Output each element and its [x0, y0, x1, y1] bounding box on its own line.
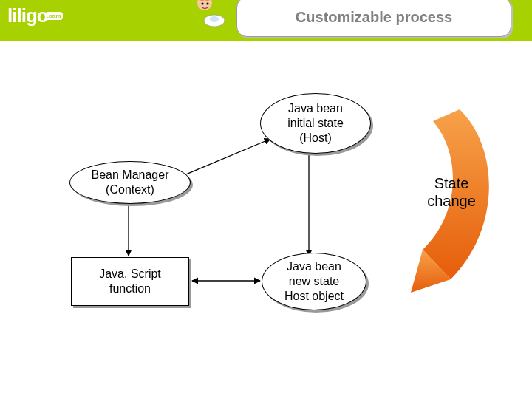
svg-point-3 [201, 2, 203, 4]
slide-title-text: Customizable process [296, 9, 452, 26]
logo-text: liligo [7, 4, 48, 27]
slide: liligo.com Customizable process [0, 0, 532, 399]
node-bean-manager-text: Bean Manager(Context) [92, 168, 169, 197]
label-state-change-text: Statechange [427, 175, 476, 209]
svg-line-5 [179, 139, 270, 177]
node-js-function-text: Java. Scriptfunction [99, 267, 161, 296]
node-initial-state: Java beaninitial state(Host) [260, 93, 371, 154]
node-initial-state-text: Java beaninitial state(Host) [287, 101, 344, 146]
node-js-function: Java. Scriptfunction [71, 257, 189, 306]
svg-marker-9 [411, 250, 451, 293]
node-new-state-text: Java beannew stateHost object [284, 259, 344, 304]
slide-title: Customizable process [236, 0, 511, 37]
node-new-state: Java beannew stateHost object [262, 253, 366, 310]
mascot-icon [194, 0, 225, 28]
label-state-change: Statechange [411, 174, 492, 210]
logo: liligo.com [7, 4, 96, 37]
svg-point-4 [206, 2, 208, 4]
svg-point-1 [210, 16, 219, 22]
node-bean-manager: Bean Manager(Context) [69, 161, 191, 204]
logo-dotcom: .com [45, 12, 64, 20]
footer-divider [44, 358, 488, 358]
